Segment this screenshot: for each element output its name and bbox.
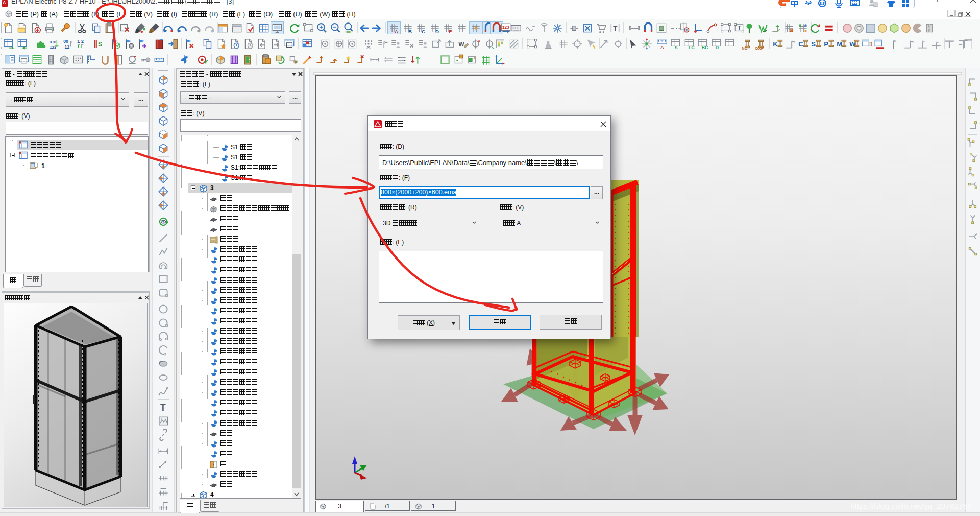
- svg-text:S: S: [811, 40, 816, 48]
- svg-text:W: W: [458, 41, 464, 48]
- svg-text:T: T: [738, 25, 741, 31]
- svg-text:T: T: [160, 403, 166, 413]
- svg-text:123: 123: [502, 25, 509, 30]
- svg-text:12: 12: [64, 44, 69, 50]
- svg-text:A: A: [395, 29, 398, 34]
- svg-text:C: C: [422, 29, 425, 34]
- svg-text:123: 123: [50, 45, 56, 50]
- svg-text:NC: NC: [742, 46, 748, 50]
- svg-text:DXF: DXF: [755, 46, 764, 50]
- svg-text:K: K: [773, 40, 778, 48]
- svg-text:D: D: [435, 29, 439, 34]
- svg-text:T: T: [613, 25, 617, 32]
- svg-text:LC: LC: [688, 45, 694, 50]
- svg-text:C: C: [798, 40, 803, 48]
- svg-text:S: S: [675, 45, 678, 50]
- svg-text:100: 100: [345, 30, 351, 34]
- svg-text:BC: BC: [702, 45, 708, 50]
- svg-text:W: W: [849, 40, 856, 48]
- svg-text:D: D: [715, 45, 718, 50]
- svg-text:M: M: [837, 40, 842, 48]
- svg-text:E: E: [449, 29, 452, 34]
- svg-text:3+0: 3+0: [50, 40, 56, 44]
- svg-text:P: P: [824, 40, 828, 48]
- svg-text:2: 2: [81, 39, 83, 44]
- svg-text:S: S: [98, 41, 102, 48]
- svg-text:A: A: [660, 44, 664, 50]
- svg-text:1: 1: [77, 39, 80, 44]
- svg-text:B: B: [408, 29, 412, 34]
- svg-text:00: 00: [63, 39, 68, 44]
